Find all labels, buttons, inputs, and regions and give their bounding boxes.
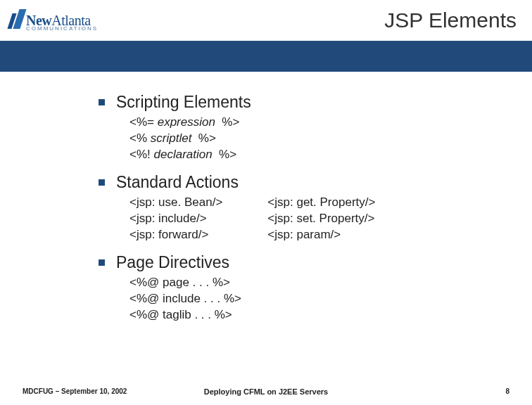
logo-text: NewAtlanta COMMUNICATIONS <box>26 13 98 32</box>
logo: NewAtlanta COMMUNICATIONS <box>10 9 98 32</box>
square-bullet-icon <box>99 259 105 266</box>
code-line: <jsp: param/> <box>267 227 375 243</box>
section-body: <%= expression %> <% scriptlet %> <%! de… <box>129 115 532 163</box>
footer-left: MDCFUG – September 10, 2002 <box>23 387 127 395</box>
bullet-item: Standard Actions <box>99 173 532 192</box>
code-line: <jsp: include/> <box>129 211 222 227</box>
bullet-item: Scripting Elements <box>99 93 532 112</box>
code-line: <jsp: use. Bean/> <box>129 195 222 211</box>
code-line: <%! declaration %> <box>129 147 532 163</box>
section-title: Page Directives <box>116 253 229 272</box>
square-bullet-icon <box>99 179 105 186</box>
footer-right: 8 <box>505 387 509 395</box>
logo-subtext: COMMUNICATIONS <box>26 26 98 32</box>
slide-footer: MDCFUG – September 10, 2002 Deploying CF… <box>0 387 532 395</box>
code-line: <% scriptlet %> <box>129 131 532 147</box>
code-line: <jsp: set. Property/> <box>267 211 375 227</box>
code-column: <jsp: get. Property/> <jsp: set. Propert… <box>267 195 375 243</box>
section-body: <jsp: use. Bean/> <jsp: include/> <jsp: … <box>129 195 532 243</box>
slide-content: Scripting Elements <%= expression %> <% … <box>0 72 532 323</box>
square-bullet-icon <box>99 99 105 105</box>
section-body: <%@ page . . . %> <%@ include . . . %> <… <box>129 275 532 323</box>
slide-header: NewAtlanta COMMUNICATIONS JSP Elements <box>0 0 532 41</box>
code-line: <%@ page . . . %> <box>129 275 532 291</box>
code-line: <%@ include . . . %> <box>129 291 532 307</box>
code-line: <%= expression %> <box>129 115 532 131</box>
code-line: <jsp: forward/> <box>129 227 222 243</box>
code-line: <%@ taglib . . . %> <box>129 307 532 323</box>
title-band <box>0 41 532 72</box>
footer-center: Deploying CFML on J2EE Servers <box>204 387 328 396</box>
code-column: <jsp: use. Bean/> <jsp: include/> <jsp: … <box>129 195 222 243</box>
section-title: Standard Actions <box>116 173 239 192</box>
bullet-item: Page Directives <box>99 253 532 272</box>
slide-title: JSP Elements <box>384 8 517 32</box>
code-line: <jsp: get. Property/> <box>267 195 375 211</box>
section-title: Scripting Elements <box>116 93 251 112</box>
logo-mark-icon <box>10 9 23 29</box>
